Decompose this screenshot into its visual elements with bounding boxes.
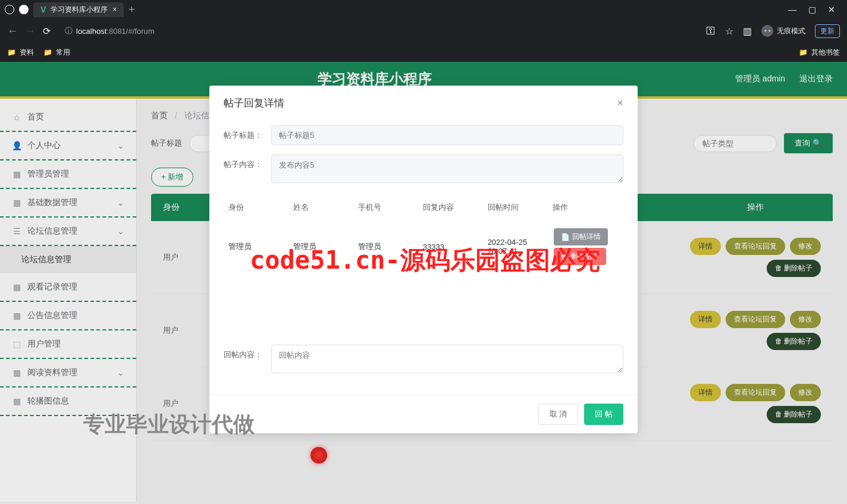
browser-chrome: ▭ V 学习资料库小程序 × + — ▢ ✕ ← → ⟳ ⓘ localhost… — [0, 0, 847, 62]
modal-title: 帖子回复详情 — [224, 96, 284, 110]
bookmark-bar: 📁资料 📁常用 📁其他书签 — [0, 43, 847, 62]
bookmark-ziliao[interactable]: 📁资料 — [7, 48, 34, 58]
modal-header: 帖子回复详情 × — [209, 86, 638, 121]
th-identity: 身份 — [224, 200, 288, 215]
bookmark-other[interactable]: 📁其他书签 — [799, 48, 840, 58]
folder-icon: 📁 — [43, 48, 52, 56]
nav-right: ⚿ ☆ ▥ 👓 无痕模式 更新 — [706, 24, 840, 38]
cancel-button[interactable]: 取 消 — [538, 404, 579, 425]
folder-icon: 📁 — [7, 48, 16, 56]
reply-row: 管理员 管理员 管理员 33333 2022-04-25 20:07:41 📄 … — [224, 220, 623, 273]
nav-bar: ← → ⟳ ⓘ localhost:8081/#/forum ⚿ ☆ ▥ 👓 无… — [0, 19, 847, 43]
th-ops: 操作 — [548, 200, 623, 215]
modal-overlay[interactable]: 帖子回复详情 × 帖子标题： 帖子内容： 身份 姓名 手机号 回复内容 回帖时间… — [0, 62, 847, 502]
back-button[interactable]: ← — [7, 25, 18, 37]
th-name: 姓名 — [288, 200, 353, 215]
modal-body: 帖子标题： 帖子内容： 身份 姓名 手机号 回复内容 回帖时间 操作 管理员 — [209, 121, 638, 395]
site-info-icon[interactable]: ⓘ — [65, 26, 73, 36]
close-icon[interactable]: × — [112, 5, 117, 14]
panel-icon[interactable]: ▥ — [743, 26, 752, 37]
reply-table-header: 身份 姓名 手机号 回复内容 回帖时间 操作 — [224, 195, 623, 220]
reload-button[interactable]: ⟳ — [43, 26, 51, 37]
form-row-title: 帖子标题： — [224, 125, 623, 145]
label-post-title: 帖子标题： — [224, 125, 271, 141]
label-post-content: 帖子内容： — [224, 155, 271, 170]
folder-icon: 📁 — [799, 48, 808, 56]
update-button[interactable]: 更新 — [815, 24, 840, 38]
submit-button[interactable]: 回 帖 — [584, 404, 623, 425]
tab-icon-blank[interactable] — [5, 5, 14, 14]
url-host: localhost — [76, 27, 106, 36]
cell-ops: 📄 回帖详情 🗑 删除帖子 — [548, 225, 623, 269]
cell-reply: 33333 — [418, 240, 483, 254]
post-title-input[interactable] — [271, 125, 623, 145]
tab-bar: ▭ V 学习资料库小程序 × + — ▢ ✕ — [0, 0, 847, 19]
minimize-icon[interactable]: — — [788, 5, 796, 14]
browser-tab[interactable]: V 学习资料库小程序 × — [33, 2, 124, 17]
tab-title: 学习资料库小程序 — [51, 5, 108, 15]
th-time: 回帖时间 — [483, 200, 548, 215]
maximize-icon[interactable]: ▢ — [808, 5, 816, 14]
cell-time: 2022-04-25 20:07:41 — [483, 235, 548, 258]
cell-identity: 管理员 — [224, 239, 288, 254]
tab-icon-app[interactable]: ▭ — [19, 5, 29, 14]
incognito-icon: 👓 — [761, 25, 773, 37]
cell-phone: 管理员 — [353, 239, 418, 254]
close-window-icon[interactable]: ✕ — [828, 5, 835, 14]
forward-button[interactable]: → — [25, 25, 36, 37]
form-row-reply: 回帖内容： — [224, 345, 623, 376]
reply-detail-button[interactable]: 📄 回帖详情 — [554, 228, 608, 245]
key-icon[interactable]: ⚿ — [706, 26, 716, 36]
vue-icon: V — [40, 5, 46, 14]
incognito-label: 👓 无痕模式 — [761, 25, 805, 37]
url-path: /#/forum — [126, 27, 155, 36]
url-bar[interactable]: ⓘ localhost:8081/#/forum — [58, 22, 699, 40]
modal-close-icon[interactable]: × — [617, 97, 623, 109]
form-row-content: 帖子内容： — [224, 155, 623, 185]
url-port: :8081 — [106, 27, 126, 36]
star-icon[interactable]: ☆ — [725, 26, 733, 37]
post-content-textarea[interactable] — [271, 155, 623, 183]
reply-content-textarea[interactable] — [271, 345, 623, 373]
th-reply: 回复内容 — [418, 200, 483, 215]
delete-reply-button[interactable]: 🗑 删除帖子 — [554, 248, 606, 265]
modal: 帖子回复详情 × 帖子标题： 帖子内容： 身份 姓名 手机号 回复内容 回帖时间… — [209, 86, 638, 433]
bookmark-changyong[interactable]: 📁常用 — [43, 48, 70, 58]
modal-footer: 取 消 回 帖 — [209, 395, 638, 433]
reply-table: 身份 姓名 手机号 回复内容 回帖时间 操作 管理员 管理员 管理员 33333… — [224, 195, 623, 273]
label-reply-content: 回帖内容： — [224, 345, 271, 360]
cell-name: 管理员 — [288, 239, 353, 254]
window-controls: — ▢ ✕ — [788, 5, 842, 14]
th-phone: 手机号 — [353, 200, 418, 215]
new-tab-button[interactable]: + — [128, 4, 135, 16]
